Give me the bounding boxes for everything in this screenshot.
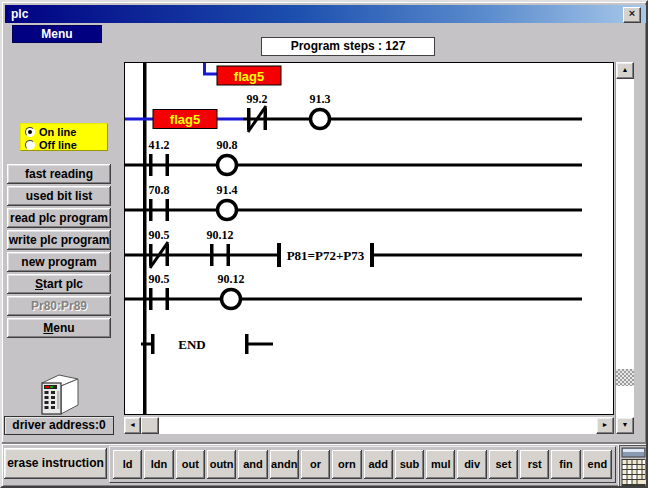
instruction-button-sub[interactable]: sub [395,450,424,479]
instruction-button-outn[interactable]: outn [207,450,236,479]
scroll-up-button[interactable]: ▲ [616,62,634,79]
scroll-left-icon: ◄ [129,421,136,428]
instruction-button-ldn[interactable]: ldn [144,450,173,479]
plc-window: plc × Menu Program steps : 127 On line O… [0,0,648,488]
instruction-button-mul[interactable]: mul [426,450,455,479]
flag-box-label: flag5 [170,112,200,127]
instruction-button-fin[interactable]: fin [551,450,580,479]
fast-reading-button[interactable]: fast reading [7,164,111,184]
erase-instruction-button[interactable]: erase instruction [4,448,107,479]
scroll-down-button[interactable]: ▼ [616,417,634,434]
radio-offline-label: Off line [39,139,77,151]
instruction-button-rst[interactable]: rst [520,450,549,479]
no-contact[interactable] [166,154,170,176]
coil[interactable] [218,156,237,175]
start-plc-button[interactable]: Start plc [7,274,111,294]
read-plc-program-button[interactable]: read plc program [7,208,111,228]
wire [373,254,582,257]
no-contact[interactable] [210,244,214,266]
used-bit-list-button[interactable]: used bit list [7,186,111,206]
instruction-panel: ld ldn out outn and andn or orn add sub … [109,446,616,483]
vertical-scroll-thumb[interactable] [616,369,634,386]
pr80-pr89-button[interactable]: Pr80:Pr89 [7,296,111,316]
scroll-right-button[interactable]: ► [596,417,614,434]
address-label: 90.12 [218,272,245,286]
ladder-view[interactable]: flag5flag599.291.341.290.870.891.490.590… [124,62,614,415]
coil[interactable] [222,290,241,309]
address-label: 91.3 [310,92,331,106]
op-box-bar [370,243,374,267]
calculator-button[interactable] [618,444,648,488]
radio-online[interactable]: On line [21,125,107,138]
instruction-button-and[interactable]: and [238,450,267,479]
horizontal-scrollbar[interactable]: ◄ ► [124,417,614,434]
end-label: END [178,337,205,352]
radio-online-label: On line [39,126,76,138]
close-icon: × [629,7,635,19]
close-button[interactable]: × [623,7,641,23]
instruction-button-or[interactable]: or [301,450,330,479]
radio-selected-icon [25,127,35,137]
toolbar-divider [2,442,648,444]
scroll-down-icon: ▼ [622,421,629,428]
no-contact[interactable] [149,154,153,176]
horizontal-scroll-thumb[interactable] [141,417,159,434]
window-title: plc [11,7,28,21]
end-bar [151,334,155,354]
address-label: 99.2 [247,92,268,106]
title-bar[interactable]: plc [5,5,647,23]
pending-wire [205,63,218,74]
wire-active [216,118,243,121]
address-label: 90.5 [149,228,170,242]
no-contact[interactable] [149,288,153,310]
radio-unselected-icon [25,140,35,150]
scroll-left-button[interactable]: ◄ [124,417,141,434]
op-box-bar [277,243,281,267]
address-label: 90.8 [217,138,238,152]
coil[interactable] [218,201,237,220]
wire-active [125,118,154,121]
end-bar [245,334,249,354]
no-contact[interactable] [227,244,231,266]
vertical-scrollbar[interactable]: ▲ ▼ [615,62,634,434]
ladder-left-rail [143,63,147,414]
menu-button-top[interactable]: Menu [12,25,102,43]
address-label: 41.2 [149,138,170,152]
address-label: 90.5 [149,272,170,286]
wire [243,118,582,121]
wire [125,164,582,167]
program-steps-box: Program steps : 127 [261,37,435,56]
instruction-button-orn[interactable]: orn [332,450,361,479]
new-program-button[interactable]: new program [7,252,111,272]
menu-button-sidebar[interactable]: Menu [7,318,111,338]
instruction-button-div[interactable]: div [457,450,486,479]
address-label: 90.12 [207,228,234,242]
ladder-canvas[interactable]: flag5flag599.291.341.290.870.891.490.590… [125,63,613,414]
address-label: 91.4 [217,183,238,197]
instruction-button-set[interactable]: set [489,450,518,479]
instruction-button-andn[interactable]: andn [270,450,299,479]
instruction-button-ld[interactable]: ld [113,450,142,479]
radio-offline[interactable]: Off line [21,138,107,151]
no-contact[interactable] [166,199,170,221]
mode-panel: On line Off line [20,123,108,151]
instruction-button-end[interactable]: end [583,450,612,479]
address-label: 70.8 [149,183,170,197]
flag-box-label: flag5 [234,69,264,84]
coil[interactable] [311,110,330,129]
wire [125,254,278,257]
instruction-button-add[interactable]: add [364,450,393,479]
no-contact[interactable] [166,288,170,310]
scroll-right-icon: ► [602,421,609,428]
instruction-button-out[interactable]: out [176,450,205,479]
operation-label: P81=P72+P73 [287,248,365,263]
wire [125,209,582,212]
wire [125,298,582,301]
calculator-icon [619,445,648,488]
no-contact[interactable] [149,199,153,221]
wire [245,343,273,346]
write-plc-program-button[interactable]: write plc program [7,230,111,250]
scroll-up-icon: ▲ [622,66,629,73]
plc-device-icon [34,372,86,416]
driver-address-label: driver address:0 [4,416,114,435]
